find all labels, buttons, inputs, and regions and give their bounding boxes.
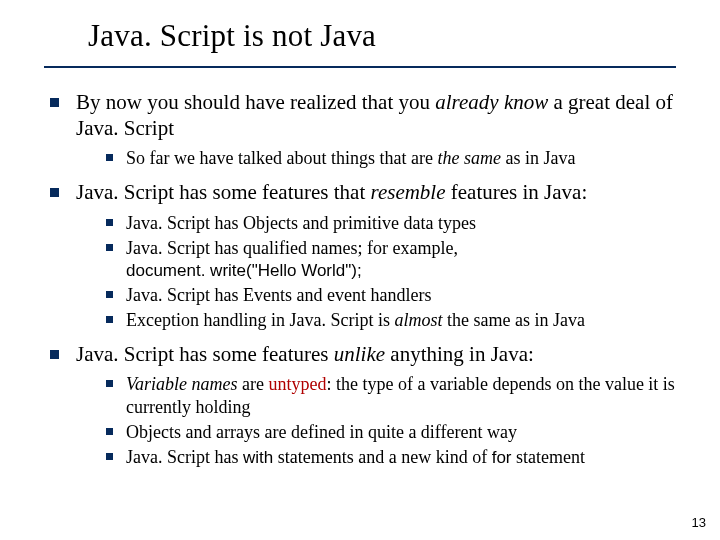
- title-underline: [44, 66, 676, 68]
- code-sample: document. write("Hello World");: [126, 260, 676, 282]
- list-item: Exception handling in Java. Script is al…: [104, 309, 676, 332]
- text: By now you should have realized that you: [76, 90, 435, 114]
- text: Java. Script has: [126, 447, 243, 467]
- text: are: [238, 374, 269, 394]
- list-item: Java. Script has some features that rese…: [48, 180, 676, 331]
- slide: Java. Script is not Java By now you shou…: [0, 0, 720, 540]
- list-item: Java. Script has some features unlike an…: [48, 342, 676, 470]
- text-emphasis: resemble: [371, 180, 446, 204]
- text: anything in Java:: [385, 342, 534, 366]
- list-item: Java. Script has Objects and primitive d…: [104, 212, 676, 235]
- text: Java. Script has qualified names; for ex…: [126, 238, 458, 258]
- text: the same as in Java: [442, 310, 584, 330]
- code-keyword: with: [243, 448, 273, 467]
- text: Java. Script has Objects and primitive d…: [126, 213, 476, 233]
- text: as in Java: [501, 148, 575, 168]
- text: Exception handling in Java. Script is: [126, 310, 394, 330]
- list-item: Objects and arrays are defined in quite …: [104, 421, 676, 444]
- page-number: 13: [692, 515, 706, 530]
- text-emphasis: already know: [435, 90, 548, 114]
- text-highlight: untyped: [268, 374, 326, 394]
- text-emphasis: almost: [394, 310, 442, 330]
- text: Java. Script has some features that: [76, 180, 371, 204]
- list-item: So far we have talked about things that …: [104, 147, 676, 170]
- list-item: By now you should have realized that you…: [48, 90, 676, 170]
- list-item: Java. Script has qualified names; for ex…: [104, 237, 676, 282]
- text-emphasis: Variable names: [126, 374, 238, 394]
- text-emphasis: the same: [437, 148, 500, 168]
- code-keyword: for: [492, 448, 512, 467]
- bullet-list-level1: By now you should have realized that you…: [44, 90, 676, 469]
- bullet-list-level2: Variable names are untyped: the type of …: [76, 373, 676, 469]
- list-item: Java. Script has with statements and a n…: [104, 446, 676, 469]
- text: Java. Script has some features: [76, 342, 334, 366]
- text: Objects and arrays are defined in quite …: [126, 422, 517, 442]
- bullet-list-level2: Java. Script has Objects and primitive d…: [76, 212, 676, 332]
- text: statements and a new kind of: [273, 447, 491, 467]
- slide-title: Java. Script is not Java: [88, 18, 676, 54]
- bullet-list-level2: So far we have talked about things that …: [76, 147, 676, 170]
- text: So far we have talked about things that …: [126, 148, 437, 168]
- list-item: Java. Script has Events and event handle…: [104, 284, 676, 307]
- text: statement: [512, 447, 585, 467]
- text: Java. Script has Events and event handle…: [126, 285, 431, 305]
- list-item: Variable names are untyped: the type of …: [104, 373, 676, 419]
- text: features in Java:: [446, 180, 588, 204]
- text-emphasis: unlike: [334, 342, 385, 366]
